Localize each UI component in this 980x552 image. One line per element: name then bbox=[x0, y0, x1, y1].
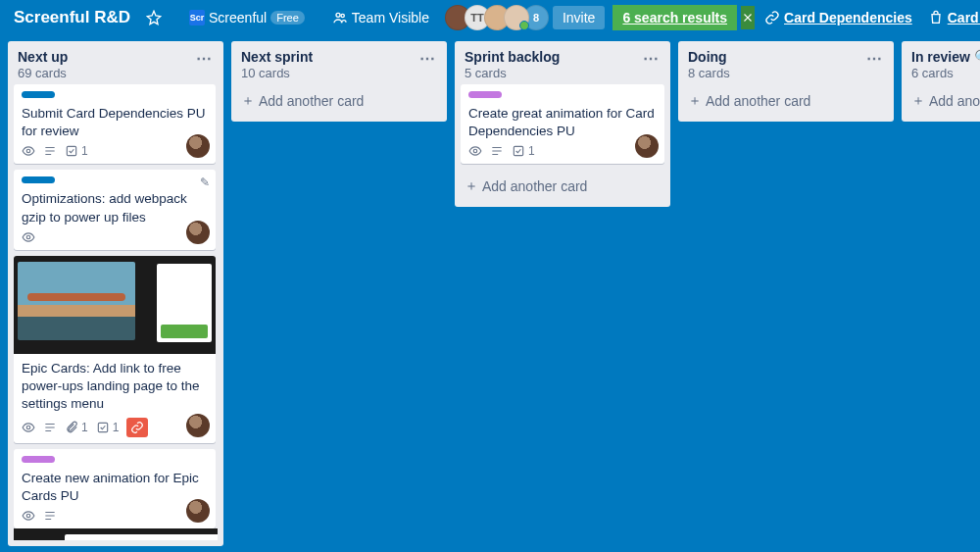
watch-badge bbox=[468, 144, 482, 158]
list-title[interactable]: Next sprint bbox=[241, 49, 313, 65]
list-sprint-backlog: Sprint backlog 5 cards ⋯ Create great an… bbox=[455, 41, 670, 207]
watch-badge bbox=[22, 230, 35, 244]
plus-icon: ＋ bbox=[688, 92, 702, 110]
svg-point-2 bbox=[26, 150, 30, 154]
add-card-button[interactable]: ＋ Add another card bbox=[684, 86, 888, 116]
avatar[interactable] bbox=[504, 5, 529, 30]
card[interactable]: Create great animation for Card Dependen… bbox=[461, 84, 664, 164]
link-badge bbox=[126, 418, 148, 437]
eye-icon bbox=[468, 144, 482, 158]
list-card-count: 8 cards bbox=[688, 66, 730, 80]
powerup-label: Card Size bbox=[948, 10, 980, 25]
add-card-label: Add another card bbox=[706, 93, 810, 109]
card[interactable]: Submit Card Dependencies PU for review 1 bbox=[14, 84, 216, 164]
list-cards: Submit Card Dependencies PU for review 1… bbox=[14, 84, 218, 540]
powerup-card-size[interactable]: Card Size bbox=[922, 6, 980, 29]
list-menu-button[interactable]: ⋯ bbox=[194, 49, 214, 68]
description-badge bbox=[43, 509, 57, 523]
list-card-count: 6 cards bbox=[911, 66, 980, 80]
list-doing: Doing 8 cards ⋯ ＋ Add another card bbox=[678, 41, 894, 122]
add-card-label: Add another card bbox=[259, 93, 364, 109]
card[interactable]: ✎ Optimizations: add webpack gzip to pow… bbox=[14, 170, 216, 249]
star-button[interactable] bbox=[140, 6, 168, 29]
list-title[interactable]: In review 🔍 bbox=[911, 49, 980, 65]
list-next-sprint: Next sprint 10 cards ⋯ ＋ Add another car… bbox=[231, 41, 447, 122]
search-results-label: 6 search results bbox=[622, 10, 727, 25]
list-menu-button[interactable]: ⋯ bbox=[641, 49, 661, 68]
attachment-badge: 1 bbox=[65, 421, 88, 434]
add-card-button[interactable]: ＋ Add another c bbox=[907, 86, 980, 116]
powerup-label: Card Dependencies bbox=[784, 10, 912, 25]
board-title[interactable]: Screenful R&D bbox=[8, 8, 136, 27]
bag-icon bbox=[928, 10, 944, 25]
plus-icon: ＋ bbox=[465, 177, 478, 195]
label-blue[interactable] bbox=[22, 91, 55, 98]
watch-badge bbox=[22, 509, 35, 523]
visibility-button[interactable]: Team Visible bbox=[326, 6, 435, 29]
plus-icon: ＋ bbox=[241, 92, 255, 110]
member-avatar[interactable] bbox=[186, 221, 210, 244]
label-purple[interactable] bbox=[22, 456, 55, 463]
watch-badge bbox=[22, 144, 35, 158]
card-title: Epic Cards: Add link to free power-ups l… bbox=[22, 360, 208, 414]
checklist-badge: 1 bbox=[512, 144, 535, 158]
checklist-icon bbox=[512, 144, 525, 158]
list-title[interactable]: Doing bbox=[688, 49, 730, 65]
search-close-button[interactable] bbox=[741, 6, 755, 29]
card[interactable] bbox=[14, 528, 216, 540]
eye-icon bbox=[22, 230, 35, 244]
card[interactable]: Epic Cards: Add link to free power-ups l… bbox=[14, 256, 216, 443]
label-blue[interactable] bbox=[22, 176, 55, 183]
plus-icon: ＋ bbox=[911, 92, 925, 110]
description-icon bbox=[490, 144, 504, 158]
invite-button[interactable]: Invite bbox=[553, 6, 605, 29]
list-cards: Create great animation for Card Dependen… bbox=[461, 84, 664, 170]
list-title[interactable]: Next up bbox=[18, 49, 68, 65]
svg-point-7 bbox=[26, 514, 30, 518]
visibility-label: Team Visible bbox=[352, 10, 429, 25]
eye-icon bbox=[22, 144, 35, 158]
svg-point-8 bbox=[473, 150, 477, 154]
eye-icon bbox=[22, 421, 35, 434]
search-results-button[interactable]: 6 search results bbox=[612, 5, 737, 30]
member-list: TT 8 bbox=[451, 5, 549, 30]
description-badge bbox=[43, 144, 57, 158]
list-menu-button[interactable]: ⋯ bbox=[417, 49, 437, 68]
list-card-count: 10 cards bbox=[241, 66, 313, 80]
add-card-button[interactable]: ＋ Add another card bbox=[461, 172, 664, 201]
close-icon bbox=[741, 11, 755, 25]
list-next-up: Next up 69 cards ⋯ Submit Card Dependenc… bbox=[8, 41, 223, 546]
list-menu-button[interactable]: ⋯ bbox=[864, 49, 884, 68]
attachment-icon bbox=[65, 421, 78, 434]
description-badge bbox=[43, 421, 57, 434]
checklist-badge: 1 bbox=[65, 144, 88, 158]
checklist-badge: 1 bbox=[96, 421, 120, 434]
org-logo: Scr bbox=[189, 10, 205, 25]
svg-point-5 bbox=[26, 426, 30, 429]
member-avatar[interactable] bbox=[186, 499, 210, 523]
card-title: Create new animation for Epic Cards PU bbox=[22, 470, 208, 505]
powerup-card-dependencies[interactable]: Card Dependencies bbox=[759, 6, 918, 29]
card-badges: 1 bbox=[468, 144, 657, 158]
svg-rect-6 bbox=[98, 423, 107, 431]
watch-badge bbox=[22, 421, 35, 434]
list-title[interactable]: Sprint backlog bbox=[465, 49, 560, 65]
list-card-count: 5 cards bbox=[465, 66, 560, 80]
add-card-button[interactable]: ＋ Add another card bbox=[237, 86, 441, 116]
free-badge: Free bbox=[270, 11, 305, 25]
link-icon bbox=[764, 10, 780, 25]
member-avatar[interactable] bbox=[186, 414, 210, 437]
card-badges bbox=[22, 509, 208, 523]
description-badge bbox=[490, 144, 504, 158]
card[interactable]: Create new animation for Epic Cards PU bbox=[14, 449, 216, 528]
org-button[interactable]: Scr Screenful Free bbox=[183, 6, 311, 29]
label-purple[interactable] bbox=[468, 91, 502, 98]
link-icon bbox=[130, 421, 144, 434]
add-card-label: Add another card bbox=[482, 178, 587, 194]
description-icon bbox=[43, 144, 57, 158]
pencil-icon[interactable]: ✎ bbox=[200, 176, 210, 189]
svg-point-1 bbox=[341, 14, 344, 17]
checklist-icon bbox=[96, 421, 110, 434]
list-in-review: In review 🔍 6 cards ＋ Add another c bbox=[902, 41, 980, 122]
add-card-label: Add another c bbox=[929, 93, 980, 109]
